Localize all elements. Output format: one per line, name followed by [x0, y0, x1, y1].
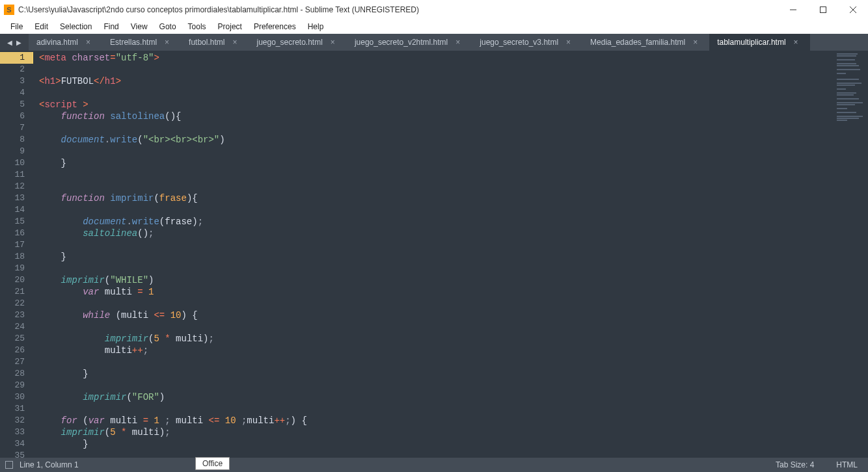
line-number[interactable]: 33: [0, 426, 33, 438]
line-number[interactable]: 17: [0, 239, 33, 251]
code-line[interactable]: imprimir(5 * multi);: [33, 333, 796, 345]
code-line[interactable]: }: [33, 368, 796, 380]
code-line[interactable]: [33, 239, 796, 251]
line-number[interactable]: 4: [0, 87, 33, 99]
tab-futbol-html[interactable]: futbol.html×: [181, 34, 249, 51]
minimap[interactable]: [796, 51, 868, 458]
line-number[interactable]: 15: [0, 216, 33, 228]
code-line[interactable]: [33, 321, 796, 333]
code-line[interactable]: [33, 450, 796, 458]
code-line[interactable]: [33, 146, 796, 157]
code-line[interactable]: for (var multi = 1 ; multi <= 10 ;multi+…: [33, 415, 796, 426]
code-content[interactable]: <meta charset="utf-8"><h1>FUTBOL</h1><sc…: [33, 51, 796, 458]
code-line[interactable]: [33, 181, 796, 192]
code-line[interactable]: }: [33, 251, 796, 263]
line-number[interactable]: 18: [0, 251, 33, 263]
menu-tools[interactable]: Tools: [183, 21, 211, 33]
close-icon[interactable]: ×: [331, 38, 335, 47]
menu-find[interactable]: Find: [98, 21, 124, 33]
close-icon[interactable]: ×: [794, 38, 798, 47]
nav-back-icon[interactable]: ◀: [7, 39, 12, 46]
code-line[interactable]: document.write("<br><br><br>"): [33, 134, 796, 146]
line-number[interactable]: 25: [0, 333, 33, 345]
close-icon[interactable]: ×: [86, 38, 90, 47]
code-line[interactable]: function imprimir(frase){: [33, 192, 796, 204]
code-line[interactable]: [33, 356, 796, 368]
close-icon[interactable]: ×: [693, 38, 698, 47]
code-line[interactable]: multi++;: [33, 345, 796, 356]
code-line[interactable]: saltolinea();: [33, 228, 796, 239]
line-number[interactable]: 28: [0, 368, 33, 380]
menu-edit[interactable]: Edit: [29, 21, 53, 33]
menu-help[interactable]: Help: [303, 21, 329, 33]
code-line[interactable]: [33, 298, 796, 309]
tab-size[interactable]: Tab Size: 4: [776, 460, 814, 469]
line-number[interactable]: 2: [0, 64, 33, 75]
code-line[interactable]: [33, 122, 796, 134]
line-number[interactable]: 27: [0, 356, 33, 368]
code-line[interactable]: while (multi <= 10) {: [33, 309, 796, 321]
tab-juego_secreto-html[interactable]: juego_secreto.html×: [249, 34, 346, 51]
editor-area[interactable]: 1234567891011121314151617181920212223242…: [0, 51, 868, 458]
close-icon[interactable]: ×: [566, 38, 571, 47]
line-number[interactable]: 9: [0, 146, 33, 157]
line-number[interactable]: 8: [0, 134, 33, 146]
close-icon[interactable]: ×: [455, 38, 460, 47]
code-line[interactable]: <meta charset="utf-8">: [33, 52, 796, 64]
line-number[interactable]: 12: [0, 181, 33, 192]
line-number[interactable]: 13: [0, 192, 33, 204]
tab-Media_edades_familia-html[interactable]: Media_edades_familia.html×: [582, 34, 709, 51]
line-number[interactable]: 16: [0, 228, 33, 239]
close-button[interactable]: [838, 0, 868, 20]
code-line[interactable]: [33, 403, 796, 415]
line-number[interactable]: 1: [0, 52, 33, 64]
line-number[interactable]: 21: [0, 286, 33, 298]
line-number[interactable]: 32: [0, 415, 33, 426]
line-number[interactable]: 26: [0, 345, 33, 356]
tab-tablamultiplicar-html[interactable]: tablamultiplicar.html×: [709, 34, 809, 51]
tab-juego_secreto_v2html-html[interactable]: juego_secreto_v2html.html×: [347, 34, 472, 51]
code-line[interactable]: }: [33, 157, 796, 169]
line-number[interactable]: 24: [0, 321, 33, 333]
line-number[interactable]: 19: [0, 263, 33, 274]
code-line[interactable]: [33, 87, 796, 99]
code-line[interactable]: var multi = 1: [33, 286, 796, 298]
line-number[interactable]: 14: [0, 204, 33, 216]
line-number[interactable]: 20: [0, 274, 33, 286]
close-icon[interactable]: ×: [165, 38, 169, 47]
line-number[interactable]: 7: [0, 122, 33, 134]
line-number[interactable]: 30: [0, 391, 33, 403]
menu-goto[interactable]: Goto: [154, 21, 182, 33]
line-number[interactable]: 31: [0, 403, 33, 415]
line-number[interactable]: 11: [0, 169, 33, 181]
line-number[interactable]: 35: [0, 450, 33, 458]
line-number[interactable]: 5: [0, 99, 33, 111]
code-line[interactable]: [33, 64, 796, 75]
menu-file[interactable]: File: [5, 21, 28, 33]
menu-project[interactable]: Project: [213, 21, 247, 33]
line-number[interactable]: 34: [0, 438, 33, 450]
code-line[interactable]: function saltolinea(){: [33, 111, 796, 122]
code-line[interactable]: }: [33, 438, 796, 450]
ime-chip[interactable]: Office: [195, 457, 230, 470]
syntax-mode[interactable]: HTML: [836, 460, 858, 469]
code-line[interactable]: imprimir(5 * multi);: [33, 426, 796, 438]
menu-selection[interactable]: Selection: [55, 21, 97, 33]
line-number[interactable]: 22: [0, 298, 33, 309]
line-number[interactable]: 23: [0, 309, 33, 321]
tab-juego_secreto_v3-html[interactable]: juego_secreto_v3.html×: [472, 34, 582, 51]
code-line[interactable]: [33, 263, 796, 274]
close-icon[interactable]: ×: [232, 38, 237, 47]
line-number[interactable]: 29: [0, 380, 33, 391]
code-line[interactable]: <script >: [33, 99, 796, 111]
code-line[interactable]: <h1>FUTBOL</h1>: [33, 75, 796, 87]
tab-Estrellas-html[interactable]: Estrellas.html×: [102, 34, 181, 51]
nav-forward-icon[interactable]: ▶: [16, 39, 21, 46]
code-line[interactable]: imprimir("FOR"): [33, 391, 796, 403]
code-line[interactable]: document.write(frase);: [33, 216, 796, 228]
status-panel-icon[interactable]: [5, 461, 13, 469]
code-line[interactable]: imprimir("WHILE"): [33, 274, 796, 286]
tab-adivina-html[interactable]: adivina.html×: [29, 34, 102, 51]
code-line[interactable]: [33, 204, 796, 216]
maximize-button[interactable]: [808, 0, 838, 20]
